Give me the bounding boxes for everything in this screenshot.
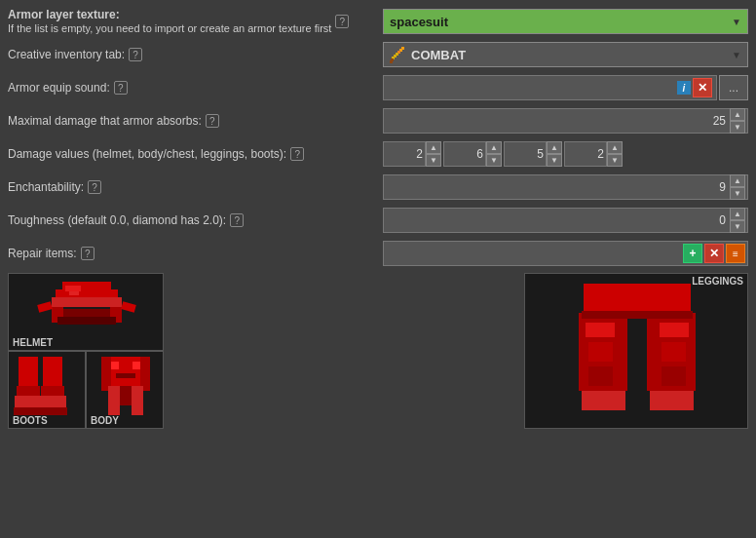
boots-box: BOOTS: [8, 351, 86, 429]
combat-dropdown-arrow: ▼: [732, 50, 741, 60]
toughness-value: 0: [384, 213, 730, 227]
creative-tab-dropdown[interactable]: COMBAT ▼: [383, 42, 748, 67]
equip-sound-field: i ✕: [383, 75, 717, 100]
dmg-boots-up[interactable]: ▲: [607, 141, 623, 154]
toughness-spinner: ▲ ▼: [730, 208, 745, 233]
svg-rect-45: [662, 342, 686, 362]
damage-values-label-col: Damage values (helmet, body/chest, leggi…: [8, 147, 383, 161]
svg-rect-35: [116, 373, 135, 378]
dmg-body-up[interactable]: ▲: [486, 141, 502, 154]
texture-dropdown-arrow: ▼: [732, 17, 741, 27]
svg-rect-7: [390, 60, 393, 63]
svg-rect-34: [132, 362, 140, 369]
svg-rect-28: [101, 357, 111, 391]
toughness-row: Toughness (default 0.0, diamond has 2.0)…: [8, 207, 748, 234]
equip-sound-label: Armor equip sound:: [8, 81, 110, 95]
dmg-leggings-down[interactable]: ▼: [547, 154, 562, 167]
boots-label: BOOTS: [13, 415, 48, 426]
svg-rect-16: [69, 291, 79, 295]
equip-sound-row: Armor equip sound: ? i ✕ ...: [8, 74, 748, 101]
svg-rect-39: [582, 391, 625, 410]
dmg-helmet-input[interactable]: 2: [383, 141, 426, 167]
max-damage-control: 25 ▲ ▼: [383, 108, 748, 134]
repair-items-all-btn[interactable]: ≡: [726, 244, 745, 263]
svg-rect-18: [121, 302, 136, 313]
equip-sound-remove-btn[interactable]: ✕: [693, 78, 712, 97]
svg-rect-29: [140, 357, 150, 391]
combat-sword-icon: [390, 46, 407, 63]
equip-sound-help-icon[interactable]: ?: [114, 81, 128, 95]
damage-values-control: 2 ▲ ▼ 6 ▲ ▼ 5: [383, 141, 748, 167]
toughness-up-btn[interactable]: ▲: [730, 208, 745, 220]
body-box: BODY: [86, 351, 164, 429]
svg-rect-41: [582, 311, 693, 319]
leggings-box: LEGGINGS: [524, 273, 748, 429]
svg-rect-47: [662, 366, 686, 386]
dmg-body-input[interactable]: 6: [443, 141, 486, 167]
repair-items-add-btn[interactable]: +: [683, 244, 702, 263]
damage-values-help-icon[interactable]: ?: [290, 147, 304, 161]
dmg-helmet-down[interactable]: ▼: [426, 154, 441, 167]
max-damage-field-wrap: 25 ▲ ▼: [383, 108, 748, 134]
svg-rect-20: [43, 357, 62, 386]
dmg-boots-wrap: 2 ▲ ▼: [564, 141, 623, 167]
toughness-label: Toughness (default 0.0, diamond has 2.0)…: [8, 213, 226, 227]
armor-texture-help-icon[interactable]: ?: [335, 15, 349, 28]
dmg-helmet-up[interactable]: ▲: [426, 141, 441, 154]
repair-items-field: + ✕ ≡: [383, 241, 748, 266]
toughness-help-icon[interactable]: ?: [230, 213, 244, 227]
boots-body-row: BOOTS BODY: [8, 351, 164, 429]
dmg-leggings-spinner: ▲ ▼: [547, 141, 562, 167]
main-container: Armor layer texture: If the list is empt…: [0, 0, 756, 538]
creative-tab-row: Creative inventory tab: ? COMBAT ▼: [8, 41, 748, 68]
max-damage-help-icon[interactable]: ?: [206, 114, 219, 128]
enchantability-field-wrap: 9 ▲ ▼: [383, 174, 748, 200]
repair-items-remove-btn[interactable]: ✕: [704, 244, 724, 263]
repair-items-help-icon[interactable]: ?: [81, 247, 94, 260]
equip-sound-label-col: Armor equip sound: ?: [8, 81, 383, 95]
dmg-boots-input[interactable]: 2: [564, 141, 607, 167]
armor-texture-label-col: Armor layer texture: If the list is empt…: [8, 8, 383, 35]
combat-label: COMBAT: [411, 48, 732, 62]
body-label: BODY: [91, 415, 119, 426]
svg-rect-23: [15, 396, 42, 407]
dmg-leggings-input[interactable]: 5: [504, 141, 547, 167]
dmg-body-down[interactable]: ▼: [486, 154, 502, 167]
repair-items-control: + ✕ ≡: [383, 241, 748, 266]
enchantability-help-icon[interactable]: ?: [88, 180, 101, 194]
dmg-helmet-value: 2: [416, 147, 423, 161]
svg-rect-32: [120, 386, 132, 405]
dmg-body-value: 6: [476, 147, 483, 161]
enchantability-label-col: Enchantability: ?: [8, 180, 383, 194]
svg-rect-22: [41, 386, 64, 396]
svg-rect-19: [19, 357, 38, 386]
leggings-label: LEGGINGS: [692, 276, 743, 287]
toughness-control: 0 ▲ ▼: [383, 208, 748, 233]
armor-texture-dropdown[interactable]: spacesuit ▼: [383, 9, 748, 34]
equip-sound-browse-btn[interactable]: ...: [719, 75, 748, 100]
dmg-boots-down[interactable]: ▼: [607, 154, 623, 167]
max-damage-up-btn[interactable]: ▲: [730, 108, 745, 121]
toughness-down-btn[interactable]: ▼: [730, 220, 745, 233]
info-icon[interactable]: i: [677, 81, 691, 95]
enchantability-row: Enchantability: ? 9 ▲ ▼: [8, 173, 748, 201]
creative-tab-help-icon[interactable]: ?: [129, 48, 142, 61]
svg-rect-14: [57, 317, 116, 325]
svg-rect-40: [650, 391, 694, 410]
enchantability-up-btn[interactable]: ▲: [730, 174, 745, 187]
creative-tab-control: COMBAT ▼: [383, 42, 748, 67]
svg-rect-31: [132, 386, 143, 415]
svg-rect-33: [111, 362, 119, 369]
armor-texture-value: spacesuit: [390, 15, 448, 29]
toughness-field-wrap: 0 ▲ ▼: [383, 208, 748, 233]
max-damage-down-btn[interactable]: ▼: [730, 121, 745, 134]
enchantability-down-btn[interactable]: ▼: [730, 187, 745, 200]
repair-items-row: Repair items: ? + ✕ ≡: [8, 240, 748, 267]
enchantability-value: 9: [384, 180, 730, 194]
armor-texture-control: spacesuit ▼: [383, 9, 748, 34]
armor-right-group: LEGGINGS: [524, 273, 748, 429]
max-damage-spinner: ▲ ▼: [730, 108, 745, 134]
svg-rect-42: [586, 323, 615, 337]
dmg-leggings-up[interactable]: ▲: [547, 141, 562, 154]
max-damage-label: Maximal damage that armor absorbs:: [8, 114, 202, 128]
